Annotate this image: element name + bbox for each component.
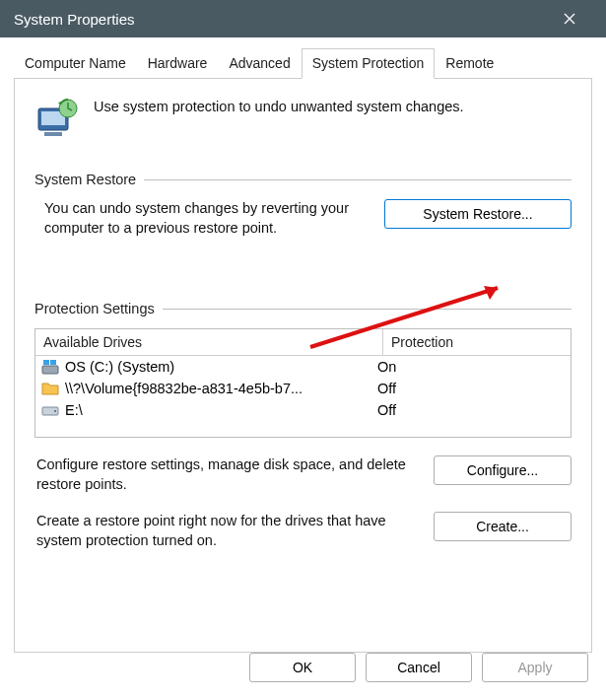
group-protection-settings-label: Protection Settings xyxy=(34,301,163,316)
tab-hardware[interactable]: Hardware xyxy=(137,48,219,79)
drive-protection: Off xyxy=(377,381,565,396)
svg-rect-8 xyxy=(50,360,56,365)
drive-name: E:\ xyxy=(65,402,83,418)
group-system-restore: System Restore You can undo system chang… xyxy=(34,172,572,238)
drive-name: \\?\Volume{f98832be-a831-4e5b-b7... xyxy=(65,381,303,396)
svg-point-10 xyxy=(54,410,56,412)
apply-button[interactable]: Apply xyxy=(482,653,588,682)
system-restore-button[interactable]: System Restore... xyxy=(384,199,572,229)
windows-drive-icon xyxy=(41,359,59,375)
system-properties-window: System Properties Computer Name Hardware… xyxy=(0,0,606,700)
system-restore-description: You can undo system changes by reverting… xyxy=(44,199,367,238)
svg-marker-5 xyxy=(484,286,498,300)
divider xyxy=(144,179,572,180)
intro-row: Use system protection to undo unwanted s… xyxy=(34,97,572,142)
close-button[interactable] xyxy=(547,0,592,37)
column-header-name[interactable]: Available Drives xyxy=(35,329,383,355)
tab-panel-system-protection: Use system protection to undo unwanted s… xyxy=(14,79,592,653)
tab-advanced[interactable]: Advanced xyxy=(218,48,301,79)
drive-row[interactable]: E:\ Off xyxy=(35,399,571,421)
drive-protection: On xyxy=(377,359,565,375)
configure-row: Configure restore settings, manage disk … xyxy=(34,455,572,494)
client-area: Computer Name Hardware Advanced System P… xyxy=(0,37,606,700)
divider xyxy=(163,309,572,310)
group-system-restore-label: System Restore xyxy=(34,172,144,187)
create-button[interactable]: Create... xyxy=(434,512,572,541)
titlebar: System Properties xyxy=(0,0,606,37)
folder-icon xyxy=(41,381,59,396)
tabstrip: Computer Name Hardware Advanced System P… xyxy=(14,47,592,79)
svg-rect-7 xyxy=(43,360,49,365)
drives-header: Available Drives Protection xyxy=(35,329,571,356)
tab-system-protection[interactable]: System Protection xyxy=(302,48,436,79)
group-protection-settings: Protection Settings Available Drives Pro… xyxy=(34,301,572,568)
drive-icon xyxy=(41,402,59,418)
drive-name: OS (C:) (System) xyxy=(65,359,174,375)
tab-computer-name[interactable]: Computer Name xyxy=(14,48,137,79)
svg-rect-6 xyxy=(42,366,58,374)
configure-button[interactable]: Configure... xyxy=(434,455,572,485)
drive-row[interactable]: OS (C:) (System) On xyxy=(35,356,571,378)
drives-list[interactable]: Available Drives Protection OS (C:) (Sys… xyxy=(34,328,572,438)
system-protection-icon xyxy=(34,97,80,142)
column-header-protection[interactable]: Protection xyxy=(383,329,571,355)
intro-text: Use system protection to undo unwanted s… xyxy=(94,97,464,114)
ok-button[interactable]: OK xyxy=(249,653,356,682)
create-row: Create a restore point right now for the… xyxy=(34,512,572,550)
tab-remote[interactable]: Remote xyxy=(435,48,505,79)
svg-rect-2 xyxy=(44,132,62,136)
dialog-footer: OK Cancel Apply xyxy=(14,653,592,686)
close-icon xyxy=(564,13,575,25)
drive-row[interactable]: \\?\Volume{f98832be-a831-4e5b-b7... Off xyxy=(35,378,571,399)
drive-protection: Off xyxy=(377,402,565,418)
window-title: System Properties xyxy=(14,11,547,28)
create-description: Create a restore point right now for the… xyxy=(36,512,420,550)
cancel-button[interactable]: Cancel xyxy=(366,653,472,682)
configure-description: Configure restore settings, manage disk … xyxy=(36,455,420,494)
